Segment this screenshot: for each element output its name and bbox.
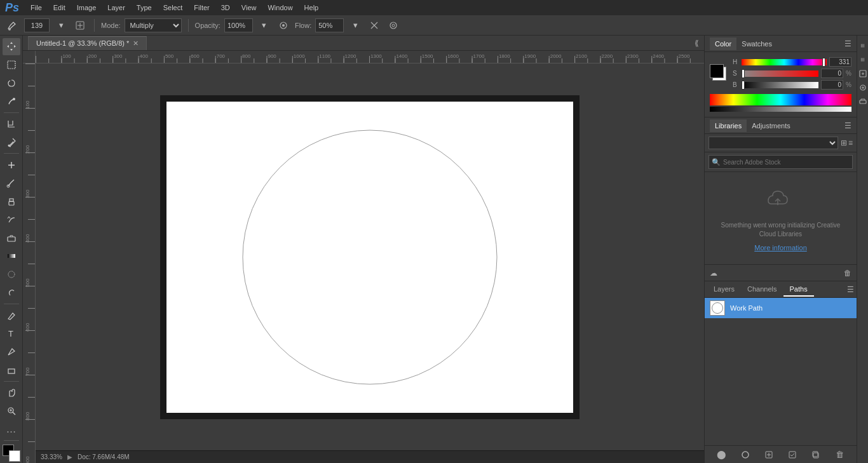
edge-icon-2[interactable]: ≡ [858,55,868,65]
edge-icon-4[interactable] [858,83,868,93]
menu-image[interactable]: Image [72,3,102,13]
tab-paths[interactable]: Paths [783,283,814,297]
opacity-toggle-icon[interactable]: ▾ [257,18,272,33]
select-tool[interactable] [3,57,20,74]
panels-toggle-icon[interactable]: ⟪ [695,39,699,48]
canvas-document[interactable] [36,64,704,450]
brush-size-display[interactable]: 139 [24,18,50,32]
background-color[interactable] [9,450,20,462]
color-panel-content: H S [705,52,857,117]
menu-view[interactable]: View [236,3,262,13]
gradient-tool[interactable] [3,248,20,265]
list-view-icon[interactable]: ≡ [848,138,853,147]
canvas-white-area[interactable] [166,102,573,413]
load-path-icon[interactable] [763,448,775,461]
color-panel-menu-icon[interactable]: ☰ [844,39,851,48]
edge-icon-5[interactable] [858,97,868,107]
close-tab-icon[interactable]: ✕ [133,39,139,48]
document-background [160,95,580,419]
saturation-slider[interactable] [742,70,818,77]
brightness-input[interactable] [821,80,843,90]
libraries-panel-menu-icon[interactable]: ☰ [844,121,851,130]
zoom-tool[interactable] [3,403,20,420]
menu-help[interactable]: Help [299,3,324,13]
color-spectrum[interactable] [710,94,851,105]
opacity-input[interactable] [224,18,253,32]
lib-cloud-icon[interactable]: ☁ [710,269,717,278]
color-picker[interactable] [3,445,20,462]
brightness-thumb[interactable] [742,81,745,90]
fg-swatch[interactable] [710,64,724,78]
app-logo: Ps [5,1,19,15]
fill-path-icon[interactable]: ⬤ [715,448,728,461]
settings-icon[interactable] [386,18,401,33]
brush-tool-icon[interactable] [5,18,20,33]
quick-select-tool[interactable] [3,93,20,110]
dodge-tool[interactable] [3,284,20,301]
lib-delete-icon[interactable]: 🗑 [844,269,851,278]
library-search-input[interactable] [723,159,850,166]
pen-tool[interactable] [3,307,20,324]
tab-color[interactable]: Color [710,37,736,50]
tools-panel: T … [0,36,23,463]
eyedropper-tool[interactable] [3,134,20,151]
heal-tool[interactable] [3,156,20,173]
eraser-tool[interactable] [3,229,20,246]
brush-toggle-icon[interactable] [72,18,88,33]
menu-type[interactable]: Type [132,3,157,13]
edge-icon-3[interactable] [858,69,868,79]
menu-edit[interactable]: Edit [48,3,71,13]
hue-thumb[interactable] [822,58,825,67]
extras-tool[interactable]: … [3,421,20,438]
erase-icon[interactable] [367,18,382,33]
tab-adjustments[interactable]: Adjustments [747,119,796,132]
tab-libraries[interactable]: Libraries [710,119,747,132]
work-path-item[interactable]: Work Path [705,298,857,318]
tab-layers[interactable]: Layers [707,283,741,297]
saturation-thumb[interactable] [742,69,745,78]
mask-path-icon[interactable] [786,448,799,461]
saturation-input[interactable] [821,69,843,78]
lasso-tool[interactable] [3,74,20,91]
grid-view-icon[interactable]: ⊞ [841,138,847,147]
crop-tool[interactable] [3,116,20,133]
panel-tab-menu-icon[interactable]: ☰ [847,285,854,294]
type-tool[interactable]: T [3,325,20,342]
shape-tool[interactable] [3,361,20,379]
menu-layer[interactable]: Layer [102,3,130,13]
library-dropdown[interactable] [709,137,838,149]
panel-tabs-row: Layers Channels Paths ☰ [705,281,857,298]
path-select-tool[interactable] [3,344,20,361]
mode-select[interactable]: Multiply Normal Screen Overlay [125,18,182,32]
brightness-slider[interactable] [742,82,818,88]
flow-toggle-icon[interactable]: ▾ [348,18,363,33]
delete-path-icon[interactable]: 🗑 [833,448,846,461]
hue-slider[interactable] [742,59,827,65]
edge-icon-1[interactable]: ≡ [858,41,868,51]
grayscale-spectrum[interactable] [710,107,851,112]
menu-file[interactable]: File [25,3,47,13]
brush-preset-icon[interactable]: ▾ [53,18,69,33]
tab-channels[interactable]: Channels [741,283,783,297]
blur-tool[interactable] [3,266,20,283]
more-info-link[interactable]: More information [717,244,844,252]
brush-tool[interactable] [3,175,20,192]
flow-input[interactable] [315,18,344,32]
hue-input[interactable] [829,57,851,67]
menu-select[interactable]: Select [158,3,188,13]
menu-3d[interactable]: 3D [216,3,235,13]
airbrush-icon[interactable] [276,18,291,33]
move-tool[interactable] [3,38,20,55]
menu-window[interactable]: Window [262,3,297,13]
status-arrow[interactable]: ▶ [67,453,72,460]
stamp-tool[interactable] [3,193,20,210]
document-tab[interactable]: Untitled-1 @ 33.3% (RGB/8) * ✕ [28,36,147,50]
menu-filter[interactable]: Filter [189,3,214,13]
stroke-path-icon[interactable] [739,448,752,461]
color-swatches-stack[interactable] [710,64,730,84]
tab-swatches[interactable]: Swatches [736,37,777,50]
new-path-icon[interactable] [810,448,822,461]
hand-tool[interactable] [3,384,20,401]
cloud-error-icon [717,185,844,216]
history-brush-tool[interactable] [3,211,20,229]
